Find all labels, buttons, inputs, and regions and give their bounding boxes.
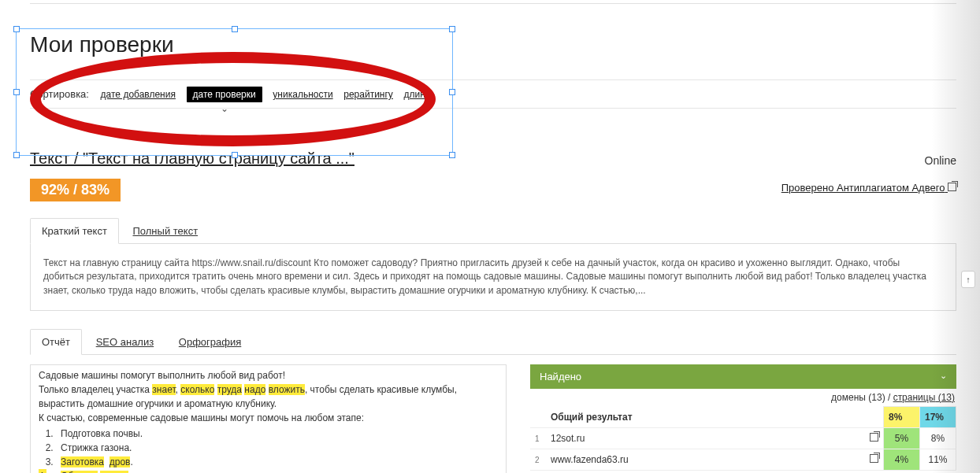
sort-rewriting[interactable]: рерайтингу xyxy=(343,89,393,100)
tab-spelling[interactable]: Орфография xyxy=(168,330,252,354)
step-item: Стрижка газона. xyxy=(56,441,498,455)
analysis-steps: Подготовка почвы. Стрижка газона. Загото… xyxy=(39,427,498,473)
pct-b: 11% xyxy=(920,449,956,471)
domain-cell[interactable]: 12sot.ru xyxy=(546,428,865,449)
analysis-line: К счастью, современные садовые машины мо… xyxy=(39,411,498,425)
found-header-text: Найдено xyxy=(540,371,581,382)
pct-a: 4% xyxy=(884,449,920,471)
external-link-icon[interactable] xyxy=(870,433,878,442)
sort-date-added[interactable]: дате добавления xyxy=(101,89,176,100)
text-title-link[interactable]: Текст / "Текст на главную страницу сайта… xyxy=(30,150,355,168)
checked-by-link[interactable]: Проверено Антиплагиатом Адвего xyxy=(781,182,956,194)
tab-short-text[interactable]: Краткий текст xyxy=(30,218,119,244)
pct-a: 5% xyxy=(884,428,920,449)
sort-bar: Сортировка: дате добавления дате проверк… xyxy=(30,79,956,109)
external-link-icon[interactable] xyxy=(870,454,878,463)
step-item: 4. Обрезка кустов. xyxy=(56,469,498,473)
overall-b: 17% xyxy=(920,407,956,428)
checked-by-text: Проверено Антиплагиатом Адвего xyxy=(781,182,945,194)
analysis-text-box[interactable]: Садовые машины помогут выполнить любой в… xyxy=(30,364,507,473)
sub-tabs: Отчёт SEO анализ Орфография xyxy=(30,328,956,355)
tab-report[interactable]: Отчёт xyxy=(30,329,82,355)
text-preview: Текст на главную страницу сайта https://… xyxy=(30,244,956,311)
chevron-down-icon: ⌄ xyxy=(940,371,947,381)
resize-handle[interactable] xyxy=(13,26,20,32)
domain-cell[interactable]: www.fazenda63.ru xyxy=(546,449,865,471)
resize-handle[interactable] xyxy=(13,152,20,158)
analysis-line: Садовые машины помогут выполнить любой в… xyxy=(39,368,498,382)
resize-handle[interactable] xyxy=(449,26,455,32)
results-table: Общий результат 8% 17% 1 12sot.ru 5% 8% … xyxy=(530,406,956,471)
pages-link[interactable]: страницы (13) xyxy=(893,392,955,403)
overall-a: 8% xyxy=(884,407,920,428)
overall-label: Общий результат xyxy=(546,407,865,428)
step-item: Подготовка почвы. xyxy=(56,427,498,441)
found-header[interactable]: Найдено ⌄ xyxy=(530,364,956,389)
result-row: 1 12sot.ru 5% 8% xyxy=(530,428,956,449)
sort-uniqueness[interactable]: уникальности xyxy=(273,89,332,100)
step-item: Заготовка дров. xyxy=(56,455,498,469)
sort-date-checked[interactable]: дате проверки xyxy=(187,87,262,102)
tab-seo[interactable]: SEO анализ xyxy=(85,330,165,354)
pct-b: 8% xyxy=(920,428,956,449)
result-row: 2 www.fazenda63.ru 4% 11% xyxy=(530,449,956,471)
external-link-icon xyxy=(948,183,956,191)
resize-handle[interactable] xyxy=(232,26,238,32)
text-tabs: Краткий текст Полный текст xyxy=(30,217,956,244)
sort-length[interactable]: длине xyxy=(404,89,431,100)
tab-full-text[interactable]: Полный текст xyxy=(121,219,209,243)
resize-handle[interactable] xyxy=(13,89,20,95)
domains-pages-line: домены (13) / страницы (13) xyxy=(530,389,956,406)
analysis-line: Только владелец участка знает, сколько т… xyxy=(39,382,498,411)
divider xyxy=(30,3,956,4)
status-online: Online xyxy=(925,154,956,167)
sort-label: Сортировка: xyxy=(30,88,89,100)
score-badge: 92% / 83% xyxy=(30,179,121,201)
scroll-up-button[interactable]: ↑ xyxy=(961,271,975,288)
page-title: Мои проверки xyxy=(30,32,956,57)
